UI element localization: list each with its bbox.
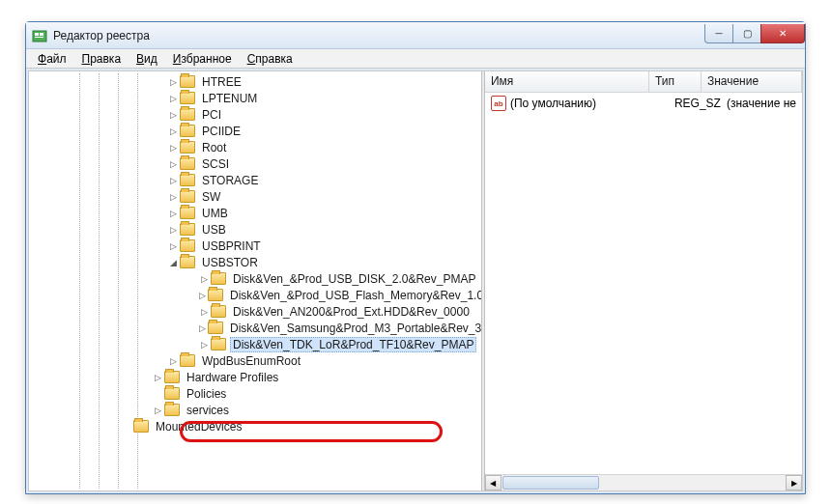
expand-icon[interactable]: ▷ — [168, 126, 178, 136]
tree-item[interactable]: ▷Hardware Profiles — [29, 369, 481, 385]
registry-editor-window: Редактор реестра ─ ▢ ✕ Файл Правка Вид И… — [25, 21, 806, 494]
tree-item[interactable]: ▷PCI — [29, 106, 481, 123]
tree-item-label: USB — [199, 222, 229, 238]
tree-item[interactable]: ▷LPTENUM — [29, 90, 481, 106]
folder-icon — [211, 272, 226, 285]
tree-item-label: Disk&Ven_TDK_LoR&Prod_TF10&Rev_PMAP — [230, 337, 476, 352]
tree-item[interactable]: ▷WpdBusEnumRoot — [29, 352, 481, 369]
tree-item-label: USBSTOR — [199, 255, 261, 270]
svg-rect-1 — [35, 33, 39, 36]
tree-pane[interactable]: ▷HTREE▷LPTENUM▷PCI▷PCIIDE▷Root▷SCSI▷STOR… — [29, 71, 481, 490]
scroll-thumb[interactable] — [502, 476, 599, 490]
tree-item-label: UMB — [199, 206, 231, 221]
scroll-right-button[interactable]: ▶ — [786, 475, 802, 490]
expand-icon[interactable]: ▷ — [168, 159, 178, 169]
folder-icon — [180, 92, 195, 104]
tree-item[interactable]: ▷UMB — [29, 205, 481, 221]
menu-favorites[interactable]: Избранное — [165, 50, 240, 68]
minimize-button[interactable]: ─ — [704, 24, 733, 43]
tree-item[interactable]: ▷Disk&Ven_&Prod_USB_DISK_2.0&Rev_PMAP — [29, 270, 481, 287]
tree-item[interactable]: ▷USB — [29, 221, 481, 238]
expand-icon[interactable]: ▷ — [168, 143, 178, 153]
folder-icon — [164, 404, 180, 416]
list-item[interactable]: ab (По умолчанию) REG_SZ (значение не — [487, 95, 800, 112]
folder-icon — [180, 125, 195, 137]
expand-icon[interactable]: ▷ — [168, 356, 178, 366]
expand-icon[interactable]: ▷ — [199, 274, 209, 284]
folder-icon — [164, 387, 180, 400]
list-body[interactable]: ab (По умолчанию) REG_SZ (значение не — [485, 93, 802, 474]
tree-item[interactable]: ▷Disk&Ven_Samsung&Prod_M3_Portable&Rev_3 — [29, 320, 481, 336]
tree-item-label: Root — [199, 140, 229, 155]
tree-item[interactable]: MountedDevices — [29, 418, 481, 434]
folder-icon — [180, 239, 195, 252]
close-button[interactable]: ✕ — [760, 24, 805, 43]
menu-view[interactable]: Вид — [129, 50, 165, 68]
menu-help[interactable]: Справка — [240, 50, 301, 68]
tree-item-label: PCI — [199, 107, 224, 123]
menu-file[interactable]: Файл — [30, 50, 74, 68]
tree-item-label: SW — [199, 189, 223, 205]
tree-item[interactable]: ▷Disk&Ven_&Prod_USB_Flash_Memory&Rev_1.0… — [29, 287, 481, 303]
app-icon — [32, 28, 47, 43]
folder-icon — [211, 338, 226, 350]
folder-icon — [180, 174, 195, 186]
tree-item[interactable]: ▷Disk&Ven_AN200&Prod_Ext.HDD&Rev_0000 — [29, 303, 481, 320]
tree-item[interactable]: Policies — [29, 385, 481, 402]
expand-icon[interactable]: ▷ — [153, 406, 162, 415]
column-value[interactable]: Значение — [702, 71, 802, 92]
tree-item-label: STORAGE — [199, 173, 261, 188]
expand-icon[interactable]: ▷ — [168, 110, 178, 120]
svg-rect-3 — [35, 37, 43, 38]
tree-item[interactable]: ▷STORAGE — [29, 172, 481, 188]
tree-item[interactable]: ▷PCIIDE — [29, 123, 481, 139]
value-type: REG_SZ — [674, 97, 727, 110]
tree-item-label: SCSI — [199, 156, 232, 172]
expand-icon[interactable]: ▷ — [168, 225, 178, 235]
values-pane: Имя Тип Значение ab (По умолчанию) REG_S… — [485, 71, 802, 490]
expand-icon[interactable]: ▷ — [168, 241, 178, 251]
column-type[interactable]: Тип — [649, 71, 702, 92]
tree-item-label: Disk&Ven_AN200&Prod_Ext.HDD&Rev_0000 — [230, 304, 473, 320]
scroll-left-button[interactable]: ◀ — [485, 475, 501, 490]
folder-icon — [180, 354, 195, 367]
tree-item[interactable]: ▷SCSI — [29, 155, 481, 172]
tree-item[interactable]: ▷Disk&Ven_TDK_LoR&Prod_TF10&Rev_PMAP — [29, 336, 481, 352]
tree-item[interactable]: ▷SW — [29, 188, 481, 205]
tree-item-label: USBPRINT — [199, 238, 264, 254]
tree-item-label: Disk&Ven_Samsung&Prod_M3_Portable&Rev_3 — [227, 321, 481, 336]
menubar: Файл Правка Вид Избранное Справка — [26, 49, 805, 69]
column-name[interactable]: Имя — [485, 71, 649, 92]
horizontal-scrollbar[interactable]: ◀ ▶ — [485, 474, 802, 490]
tree-item-label: Hardware Profiles — [184, 370, 281, 385]
expand-icon[interactable]: ▷ — [168, 94, 178, 103]
expand-icon[interactable]: ▷ — [168, 77, 178, 87]
expand-icon[interactable]: ▷ — [153, 373, 162, 382]
tree-item-label: Disk&Ven_&Prod_USB_DISK_2.0&Rev_PMAP — [230, 271, 478, 287]
tree-item[interactable]: ▷USBPRINT — [29, 238, 481, 254]
tree-item-label: HTREE — [199, 74, 244, 90]
tree-item[interactable]: ◢USBSTOR — [29, 254, 481, 270]
folder-icon — [180, 75, 195, 88]
folder-icon — [180, 256, 195, 268]
expand-icon[interactable]: ▷ — [199, 291, 206, 300]
folder-icon — [180, 157, 195, 170]
maximize-button[interactable]: ▢ — [732, 24, 761, 43]
svg-rect-2 — [40, 33, 43, 36]
titlebar[interactable]: Редактор реестра ─ ▢ ✕ — [26, 22, 805, 49]
expand-icon[interactable]: ▷ — [199, 307, 209, 317]
folder-icon — [164, 371, 180, 383]
folder-icon — [180, 223, 195, 236]
expand-icon[interactable]: ▷ — [199, 340, 209, 350]
expand-icon[interactable]: ▷ — [168, 209, 178, 218]
menu-edit[interactable]: Правка — [74, 50, 129, 68]
tree-item[interactable]: ▷services — [29, 402, 481, 418]
collapse-icon[interactable]: ◢ — [168, 258, 178, 267]
tree-item[interactable]: ▷Root — [29, 139, 481, 155]
tree-item[interactable]: ▷HTREE — [29, 73, 481, 90]
window-title: Редактор реестра — [53, 29, 705, 42]
expand-icon[interactable]: ▷ — [168, 192, 178, 202]
expand-icon[interactable]: ▷ — [168, 176, 178, 185]
expand-icon[interactable]: ▷ — [199, 323, 206, 333]
folder-icon — [208, 289, 223, 301]
